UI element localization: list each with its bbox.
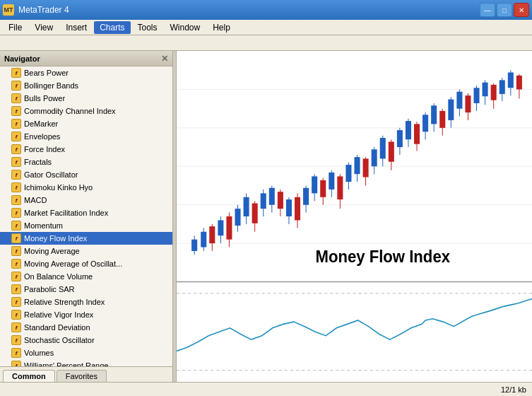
close-button[interactable]: ✕ [514,3,529,17]
nav-item[interactable]: f On Balance Volume [0,270,172,283]
svg-rect-25 [261,193,266,209]
svg-rect-63 [422,115,428,132]
status-right: 12/1 kb [501,385,526,394]
nav-item[interactable]: f Bollinger Bands [0,79,172,92]
indicator-icon: f [11,259,21,269]
navigator-header: Navigator ✕ [0,51,172,66]
nav-item[interactable]: f Moving Average of Oscillat... [0,257,172,270]
window-title: MetaTrader 4 [18,5,69,15]
svg-rect-13 [209,226,215,243]
menu-help[interactable]: Help [207,21,236,34]
nav-item[interactable]: f Ichimoku Kinko Hyo [0,181,172,194]
nav-item-label: Market Facilitation Index [24,209,108,217]
menu-view[interactable]: View [29,21,59,34]
svg-rect-37 [312,176,317,193]
indicator-icon: f [11,246,21,256]
navigator-list[interactable]: f Bears Power f Bollinger Bands f Bulls … [0,66,172,366]
nav-item[interactable]: f Bulls Power [0,92,172,105]
nav-item[interactable]: f Relative Vigor Index [0,308,172,321]
nav-item[interactable]: f Force Index [0,143,172,156]
nav-tab[interactable]: Favorites [57,370,107,382]
svg-rect-39 [320,180,326,197]
svg-rect-75 [474,88,480,103]
nav-item[interactable]: f Volumes [0,346,172,359]
menu-insert[interactable]: Insert [60,21,93,34]
nav-item[interactable]: f Moving Average [0,245,172,257]
nav-item[interactable]: f Market Facilitation Index [0,206,172,219]
indicator-icon: f [11,310,21,320]
indicator-icon: f [11,284,21,294]
nav-item[interactable]: f Gator Oscillator [0,168,172,181]
nav-item-label: MACD [24,196,47,204]
nav-item[interactable]: f Williams' Percent Range [0,359,172,366]
nav-item-label: Fractals [24,158,52,166]
indicator-icon: f [11,233,21,243]
svg-rect-15 [218,220,223,235]
nav-item[interactable]: f Envelopes [0,130,172,143]
chart-area: Money Flow Index [177,51,532,382]
nav-item[interactable]: f MACD [0,194,172,206]
nav-item-label: Commodity Channel Index [24,107,116,115]
nav-item[interactable]: f Fractals [0,156,172,168]
indicator-icon: f [11,93,21,103]
navigator-panel: Navigator ✕ f Bears Power f Bollinger Ba… [0,51,173,382]
indicator-icon: f [11,182,21,192]
nav-item[interactable]: f Commodity Channel Index [0,105,172,117]
nav-item-label: Standard Deviation [24,323,90,332]
svg-rect-57 [397,130,403,147]
nav-item[interactable]: f Parabolic SAR [0,283,172,296]
menu-window[interactable]: Window [165,21,206,34]
nav-item-label: Moving Average of Oscillat... [24,260,122,268]
svg-rect-51 [372,149,377,166]
svg-rect-17 [226,216,232,240]
svg-rect-83 [508,72,514,88]
navigator-close-button[interactable]: ✕ [161,54,168,64]
nav-item-label: Relative Vigor Index [24,310,93,319]
nav-item-label: Money Flow Index [24,234,87,243]
menu-tools[interactable]: Tools [132,21,163,34]
toolbar [0,35,532,51]
indicator-icon: f [11,221,21,231]
indicator-icon: f [11,348,21,358]
nav-tab[interactable]: Common [3,370,55,382]
svg-rect-55 [389,141,394,161]
nav-item[interactable]: f DeMarker [0,117,172,130]
indicator-icon: f [11,272,21,281]
svg-rect-49 [363,158,369,177]
nav-item[interactable]: f Money Flow Index [0,232,172,245]
indicator-icon: f [11,195,21,205]
svg-rect-65 [431,105,437,124]
nav-item-label: Moving Average [24,247,80,255]
svg-rect-31 [286,199,292,216]
nav-item[interactable]: f Standard Deviation [0,321,172,334]
svg-rect-47 [355,157,360,174]
indicator-icon: f [11,68,21,78]
svg-rect-59 [406,121,411,139]
nav-item-label: DeMarker [24,120,58,128]
svg-rect-53 [380,138,386,158]
svg-rect-29 [278,192,283,209]
nav-item[interactable]: f Stochastic Oscillator [0,334,172,346]
nav-item[interactable]: f Momentum [0,219,172,232]
svg-rect-19 [235,209,240,226]
indicator-icon: f [11,119,21,129]
nav-item-label: Relative Strength Index [24,298,105,306]
minimize-button[interactable]: — [480,3,495,17]
menu-file[interactable]: File [3,21,28,34]
svg-rect-71 [456,92,462,109]
nav-item[interactable]: f Bears Power [0,66,172,79]
svg-rect-9 [191,240,197,251]
svg-rect-45 [345,165,351,182]
svg-rect-61 [414,124,420,144]
nav-item-label: Parabolic SAR [24,285,75,293]
nav-item-label: Bollinger Bands [24,81,78,90]
maximize-button[interactable]: □ [497,3,512,17]
menu-charts[interactable]: Charts [94,21,130,34]
svg-rect-33 [295,197,300,221]
indicator-icon: f [11,144,21,154]
nav-item[interactable]: f Relative Strength Index [0,296,172,308]
indicator-icon: f [11,297,21,307]
svg-rect-27 [269,188,275,205]
svg-rect-21 [244,197,249,216]
menu-bar: File View Insert Charts Tools Window Hel… [0,20,532,35]
